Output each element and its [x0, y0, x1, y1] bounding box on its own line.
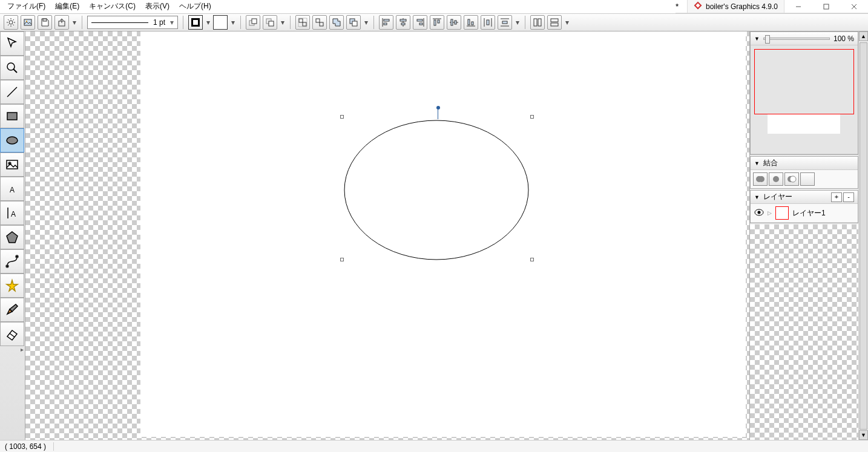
- svg-point-6: [9, 21, 13, 24]
- zoom-percent: 100 %: [833, 34, 854, 43]
- svg-rect-45: [502, 21, 507, 24]
- svg-point-65: [344, 120, 528, 260]
- select-tool[interactable]: [0, 31, 24, 56]
- settings-button[interactable]: [4, 15, 18, 30]
- collapse-icon[interactable]: ▼: [754, 194, 760, 200]
- menu-bar: ファイル(F) 編集(E) キャンバス(C) 表示(V) ヘルプ(H): [0, 0, 676, 13]
- layer-name: レイヤー1: [792, 208, 826, 218]
- fill-color-swatch[interactable]: [213, 15, 228, 30]
- align-middle-v-button[interactable]: [447, 15, 461, 30]
- subtract-button[interactable]: [346, 15, 361, 30]
- canvas-area[interactable]: [25, 31, 749, 440]
- svg-rect-29: [417, 19, 422, 21]
- menu-edit[interactable]: 編集(E): [50, 0, 84, 13]
- dropdown-icon[interactable]: ▾: [363, 15, 369, 30]
- svg-rect-23: [384, 19, 389, 21]
- collapse-icon[interactable]: ▼: [754, 160, 760, 166]
- layer-expand-icon[interactable]: ▷: [768, 210, 772, 216]
- align-center-h-button[interactable]: [396, 15, 410, 30]
- same-width-button[interactable]: [530, 15, 545, 30]
- star-tool[interactable]: [0, 273, 24, 298]
- align-right-button[interactable]: [413, 15, 427, 30]
- svg-rect-16: [303, 22, 306, 26]
- minimize-button[interactable]: [784, 0, 812, 13]
- navigator-view[interactable]: [751, 45, 858, 154]
- svg-line-51: [13, 69, 17, 73]
- vertical-text-tool[interactable]: A: [0, 201, 24, 225]
- scroll-thumb[interactable]: [860, 42, 867, 430]
- ellipse-shape[interactable]: [343, 119, 530, 261]
- union-button[interactable]: [329, 15, 344, 30]
- bring-forward-button[interactable]: [263, 15, 277, 30]
- selection-handle-se[interactable]: [530, 258, 534, 261]
- canvas-page[interactable]: [140, 31, 746, 437]
- dropdown-icon[interactable]: ▾: [564, 15, 570, 30]
- image-button[interactable]: [21, 15, 35, 30]
- stroke-color-swatch[interactable]: [188, 15, 203, 30]
- toolbox-expand-icon[interactable]: ▸: [0, 346, 25, 353]
- text-tool[interactable]: A: [0, 177, 24, 201]
- zoom-slider[interactable]: [763, 38, 830, 40]
- dropdown-icon[interactable]: ▾: [71, 15, 77, 30]
- selection-handle-sw[interactable]: [340, 258, 344, 261]
- line-tool[interactable]: [0, 80, 24, 104]
- combine-panel: ▼ 結合: [750, 156, 858, 189]
- zoom-tool[interactable]: [0, 56, 24, 80]
- menu-view[interactable]: 表示(V): [140, 0, 174, 13]
- collapse-icon[interactable]: ▼: [754, 36, 760, 42]
- svg-rect-38: [468, 19, 470, 25]
- stroke-width-label: 1 pt: [153, 18, 165, 27]
- menu-file[interactable]: ファイル(F): [2, 0, 50, 13]
- layer-visibility-icon[interactable]: [754, 209, 764, 218]
- combine-subtract-button[interactable]: [800, 172, 815, 186]
- close-button[interactable]: [840, 0, 868, 13]
- remove-layer-button[interactable]: -: [843, 192, 854, 202]
- combine-union-button[interactable]: [753, 172, 768, 186]
- image-tool[interactable]: [0, 152, 24, 177]
- group-button[interactable]: [295, 15, 310, 30]
- svg-point-67: [758, 176, 764, 182]
- svg-rect-47: [538, 19, 541, 26]
- menu-canvas[interactable]: キャンバス(C): [84, 0, 140, 13]
- dropdown-icon[interactable]: ▾: [515, 15, 520, 30]
- layer-row[interactable]: ▷ レイヤー1: [751, 204, 858, 223]
- export-button[interactable]: [54, 15, 69, 30]
- ellipse-tool[interactable]: [0, 128, 24, 152]
- scroll-up-icon[interactable]: ▲: [859, 31, 868, 41]
- selection-handle-nw[interactable]: [340, 115, 344, 119]
- add-layer-button[interactable]: +: [831, 192, 842, 202]
- combine-intersect-button[interactable]: [769, 172, 783, 186]
- layers-panel-title: レイヤー: [763, 192, 792, 202]
- svg-rect-48: [551, 19, 558, 22]
- align-top-button[interactable]: [430, 15, 444, 30]
- combine-xor-button[interactable]: [784, 172, 799, 186]
- panel-empty-area: [750, 224, 858, 440]
- svg-rect-7: [24, 19, 31, 25]
- scroll-down-icon[interactable]: ▼: [859, 430, 868, 440]
- stroke-width-selector[interactable]: 1 pt ▾: [87, 16, 178, 29]
- menu-help[interactable]: ヘルプ(H): [174, 0, 216, 13]
- bezier-tool[interactable]: [0, 249, 24, 273]
- save-button[interactable]: [38, 15, 52, 30]
- dropdown-icon[interactable]: ▾: [205, 15, 211, 30]
- align-left-button[interactable]: [379, 15, 393, 30]
- brush-tool[interactable]: [0, 298, 24, 322]
- selection-handle-ne[interactable]: [530, 115, 534, 119]
- same-height-button[interactable]: [547, 15, 562, 30]
- rectangle-tool[interactable]: [0, 104, 24, 128]
- svg-rect-35: [451, 19, 453, 25]
- distribute-h-button[interactable]: [481, 15, 495, 30]
- vertical-scrollbar[interactable]: ▲ ▼: [858, 31, 868, 440]
- maximize-button[interactable]: [812, 0, 840, 13]
- svg-rect-24: [384, 23, 387, 25]
- eraser-tool[interactable]: [0, 322, 24, 346]
- bring-front-button[interactable]: [246, 15, 260, 30]
- polygon-tool[interactable]: [0, 225, 24, 249]
- distribute-v-button[interactable]: [498, 15, 512, 30]
- rotation-handle[interactable]: [436, 106, 440, 110]
- ungroup-button[interactable]: [312, 15, 327, 30]
- dropdown-icon[interactable]: ▾: [280, 15, 285, 30]
- align-bottom-button[interactable]: [464, 15, 478, 30]
- svg-rect-33: [438, 20, 439, 23]
- dropdown-icon[interactable]: ▾: [230, 15, 235, 30]
